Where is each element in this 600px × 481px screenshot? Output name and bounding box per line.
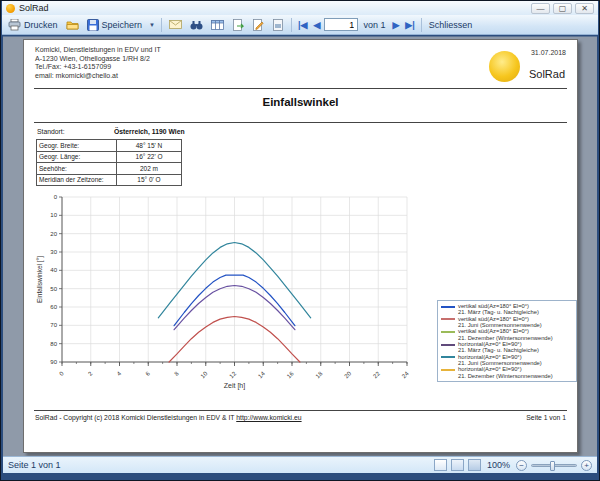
svg-text:8: 8 [173,370,180,377]
svg-text:80: 80 [50,341,57,347]
email-button[interactable] [166,18,185,31]
envelope-icon [169,19,182,30]
page-edit-icon [252,19,264,31]
toolbar-separator [291,18,292,32]
toolbar: Drucken Speichern ▼ [2,15,598,35]
watermark-page-button[interactable] [269,18,287,32]
legend-item: horizontal(Az=0° El=90°)21. März (Tag- u… [441,341,573,354]
maximize-button[interactable]: ▢ [553,3,572,14]
window-title: SolRad [19,3,49,13]
zoom-in-button[interactable]: + [581,460,592,471]
continuous-view-icon[interactable] [451,459,464,471]
legend-line-swatch [441,306,455,308]
toolbar-separator [421,18,422,32]
svg-text:4: 4 [116,370,123,377]
footer-copyright: SolRad - Copyright (c) 2018 Komicki Dien… [35,414,302,421]
report-page: Komicki, Dienstleistungen in EDV und IT … [23,39,578,453]
svg-text:60: 60 [50,304,57,310]
status-page-label: Seite 1 von 1 [8,460,61,470]
minimize-button[interactable]: — [531,3,550,14]
svg-text:30: 30 [50,249,57,255]
toolbar-separator [161,18,162,32]
search-button[interactable] [187,18,206,32]
standort-value: Österreich, 1190 Wien [114,128,185,135]
sun-logo-icon [489,51,520,82]
svg-text:40: 40 [50,267,57,273]
next-page-button[interactable]: ▶ [390,19,401,31]
print-button[interactable]: Drucken [5,18,61,32]
page-export-icon [232,19,244,31]
footer-link[interactable]: http://www.komicki.eu [236,414,301,421]
chart-legend: vertikal süd(Az=180° El=0°)21. März (Tag… [437,300,577,382]
floppy-disk-icon [87,19,99,31]
legend-line-swatch [441,356,455,358]
svg-text:18: 18 [314,370,323,379]
svg-text:22: 22 [372,370,381,379]
svg-text:Einfallswinkel [°]: Einfallswinkel [°] [36,256,44,303]
binoculars-icon [190,19,203,31]
company-address: Komicki, Dienstleistungen in EDV und IT … [35,46,161,80]
report-date: 31.07.2018 [531,49,566,56]
logo-text: SolRad [529,68,565,80]
zoom-out-button[interactable]: − [516,460,527,471]
legend-item: vertikal süd(Az=180° El=0°)21. Juni (Som… [441,316,573,329]
page-image-icon [272,19,284,31]
svg-text:90: 90 [50,359,57,365]
table-row: Meridian der Zeitzone:15° 0' O [37,174,182,186]
svg-text:6: 6 [144,370,151,377]
close-preview-button[interactable]: Schliessen [426,19,476,31]
svg-text:16: 16 [286,370,295,379]
last-page-button[interactable]: ▶| [403,19,416,31]
legend-item: horizontal(Az=0° El=90°)21. Dezember (Wi… [441,366,573,379]
export-page-button[interactable] [229,18,247,32]
table-row: Geogr. Breite:48° 15' N [37,140,182,152]
zoom-level-label: 100% [485,460,512,470]
svg-text:10: 10 [50,212,57,218]
chart: 0102030405060708090024681012141618202224… [34,190,434,405]
legend-line-swatch [441,331,455,333]
svg-text:0: 0 [58,370,65,377]
svg-text:20: 20 [50,231,57,237]
legend-item: horizontal(Az=0° El=90°)21. Juni (Sommer… [441,354,573,367]
legend-line-swatch [441,344,455,346]
location-table: Geogr. Breite:48° 15' N Geogr. Länge:16°… [36,139,182,186]
save-button[interactable]: Speichern [84,18,146,32]
svg-text:Zeit [h]: Zeit [h] [224,382,245,390]
svg-text:20: 20 [343,370,352,379]
legend-line-swatch [441,369,455,371]
preview-area[interactable]: Komicki, Dienstleistungen in EDV und IT … [3,36,597,456]
first-page-button[interactable]: |◀ [296,19,309,31]
svg-text:2: 2 [87,370,94,377]
report-title: Einfallswinkel [24,96,577,108]
svg-text:0: 0 [54,194,58,200]
svg-text:10: 10 [199,370,208,379]
legend-line-swatch [441,318,455,320]
edit-page-button[interactable] [249,18,267,32]
svg-text:24: 24 [401,370,410,379]
single-page-view-icon[interactable] [434,459,447,471]
app-sun-icon [6,4,15,13]
status-bar: Seite 1 von 1 100% − + [3,456,597,473]
folder-icon [66,19,79,31]
zoom-slider[interactable] [531,464,577,467]
title-bar: SolRad — ▢ ✕ [2,1,598,15]
legend-item: vertikal süd(Az=180° El=0°)21. Dezember … [441,328,573,341]
svg-text:70: 70 [50,322,57,328]
footer-divider [34,410,567,411]
svg-text:50: 50 [50,286,57,292]
legend-item: vertikal süd(Az=180° El=0°)21. März (Tag… [441,303,573,316]
save-dropdown-arrow[interactable]: ▼ [147,22,157,28]
zoom-slider-thumb[interactable] [550,461,555,471]
page-number-input[interactable] [324,18,358,31]
printer-icon [8,19,21,31]
footer-page-number: Seite 1 von 1 [526,414,566,421]
columns-icon [211,19,224,31]
svg-text:14: 14 [257,370,266,379]
header-divider [34,88,567,89]
open-button[interactable] [63,18,82,32]
table-row: Geogr. Länge:16° 22' O [37,151,182,163]
layout-columns-button[interactable] [208,18,227,32]
two-page-view-icon[interactable] [468,459,481,471]
prev-page-button[interactable]: ◀ [311,19,322,31]
close-button[interactable]: ✕ [575,3,594,14]
